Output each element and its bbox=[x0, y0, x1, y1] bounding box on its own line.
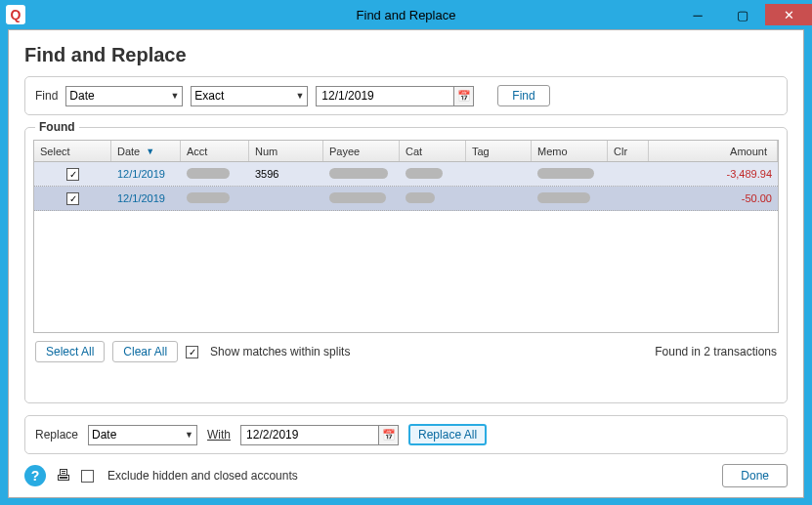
results-grid: Select Date Acct Num Payee Cat Tag Memo … bbox=[33, 140, 779, 333]
minimize-button[interactable]: ─ bbox=[675, 4, 720, 25]
find-value-input[interactable]: 12/1/2019 bbox=[316, 86, 454, 106]
with-label: With bbox=[207, 428, 231, 442]
done-button[interactable]: Done bbox=[722, 464, 788, 487]
found-label: Found bbox=[35, 120, 79, 134]
found-panel: Found Select Date Acct Num Payee Cat Tag… bbox=[24, 127, 788, 403]
col-num[interactable]: Num bbox=[249, 141, 323, 161]
show-splits-label: Show matches within splits bbox=[210, 345, 350, 358]
print-icon[interactable]: 🖶 bbox=[56, 467, 71, 484]
dialog-content: Find and Replace Find Date ▼ Exact ▼ 12/… bbox=[8, 29, 804, 498]
chevron-down-icon: ▼ bbox=[166, 91, 179, 101]
find-match-value: Exact bbox=[194, 89, 224, 103]
table-row[interactable]: ✓ 12/1/2019 -50.00 bbox=[34, 187, 778, 211]
page-title: Find and Replace bbox=[24, 44, 788, 66]
show-splits-checkbox[interactable]: ✓ bbox=[186, 346, 198, 358]
find-field-value: Date bbox=[69, 89, 94, 103]
redacted-acct bbox=[187, 192, 230, 203]
col-acct[interactable]: Acct bbox=[181, 141, 249, 161]
replace-value-text: 12/2/2019 bbox=[246, 428, 298, 442]
find-field-select[interactable]: Date ▼ bbox=[65, 86, 183, 106]
col-select[interactable]: Select bbox=[34, 141, 111, 161]
col-memo[interactable]: Memo bbox=[532, 141, 608, 161]
clear-all-button[interactable]: Clear All bbox=[112, 341, 178, 362]
row-amount: -3,489.94 bbox=[649, 168, 778, 180]
redacted-cat bbox=[406, 168, 443, 179]
chevron-down-icon: ▼ bbox=[291, 91, 304, 101]
chevron-down-icon: ▼ bbox=[181, 430, 193, 440]
redacted-payee bbox=[329, 168, 388, 179]
replace-all-button[interactable]: Replace All bbox=[408, 424, 487, 445]
close-button[interactable]: ✕ bbox=[765, 4, 812, 25]
row-date: 12/1/2019 bbox=[111, 192, 181, 204]
col-clr[interactable]: Clr bbox=[608, 141, 649, 161]
exclude-label: Exclude hidden and closed accounts bbox=[107, 469, 298, 483]
row-checkbox[interactable]: ✓ bbox=[66, 192, 79, 205]
replace-label: Replace bbox=[35, 428, 78, 442]
help-icon[interactable]: ? bbox=[24, 465, 46, 486]
col-date[interactable]: Date bbox=[111, 141, 181, 161]
find-value-text: 12/1/2019 bbox=[321, 89, 373, 103]
redacted-acct bbox=[187, 168, 230, 179]
replace-field-value: Date bbox=[92, 428, 116, 442]
find-match-select[interactable]: Exact ▼ bbox=[191, 86, 308, 106]
row-amount: -50.00 bbox=[649, 192, 778, 204]
redacted-memo bbox=[537, 192, 590, 203]
find-label: Find bbox=[35, 89, 58, 103]
calendar-icon[interactable]: 📅 bbox=[379, 425, 399, 445]
maximize-button[interactable]: ▢ bbox=[720, 4, 765, 25]
grid-header: Select Date Acct Num Payee Cat Tag Memo … bbox=[34, 141, 778, 162]
title-bar: Q Find and Replace ─ ▢ ✕ bbox=[0, 0, 812, 29]
footer-row: ? 🖶 Exclude hidden and closed accounts D… bbox=[24, 464, 788, 487]
col-payee[interactable]: Payee bbox=[323, 141, 400, 161]
row-date: 12/1/2019 bbox=[111, 168, 181, 180]
window-controls: ─ ▢ ✕ bbox=[675, 4, 812, 25]
select-all-button[interactable]: Select All bbox=[35, 341, 105, 362]
grid-body: ✓ 12/1/2019 3596 -3,489.94 ✓ 12/1/2019 bbox=[34, 162, 778, 332]
find-button[interactable]: Find bbox=[497, 85, 549, 106]
redacted-cat bbox=[406, 192, 435, 203]
col-amount[interactable]: Amount bbox=[649, 141, 778, 161]
window-title: Find and Replace bbox=[357, 8, 456, 22]
replace-value-input[interactable]: 12/2/2019 bbox=[240, 425, 379, 445]
row-checkbox[interactable]: ✓ bbox=[66, 168, 79, 181]
replace-field-select[interactable]: Date ▼ bbox=[88, 425, 197, 445]
find-panel: Find Date ▼ Exact ▼ 12/1/2019 📅 Find bbox=[24, 76, 788, 115]
col-tag[interactable]: Tag bbox=[466, 141, 532, 161]
replace-panel: Replace Date ▼ With 12/2/2019 📅 Replace … bbox=[24, 415, 788, 454]
redacted-memo bbox=[537, 168, 594, 179]
table-row[interactable]: ✓ 12/1/2019 3596 -3,489.94 bbox=[34, 162, 778, 187]
calendar-icon[interactable]: 📅 bbox=[454, 86, 474, 106]
app-icon: Q bbox=[6, 5, 25, 24]
row-num: 3596 bbox=[249, 168, 323, 180]
found-footer: Select All Clear All ✓ Show matches with… bbox=[25, 333, 787, 370]
redacted-payee bbox=[329, 192, 386, 203]
col-cat[interactable]: Cat bbox=[400, 141, 466, 161]
exclude-checkbox[interactable] bbox=[81, 470, 94, 483]
found-count: Found in 2 transactions bbox=[655, 345, 777, 358]
